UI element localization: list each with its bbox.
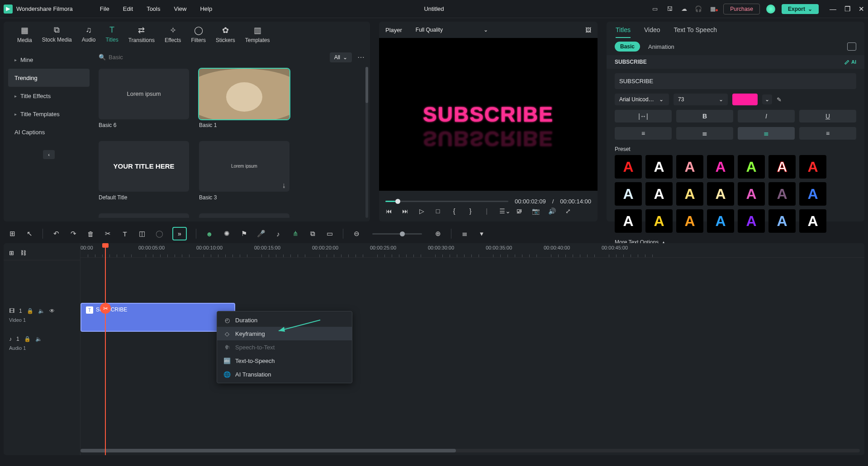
preset-swatch[interactable]: A (645, 182, 673, 206)
align-center-button[interactable]: ≣ (676, 127, 733, 140)
eyedropper-icon[interactable]: ✎ (777, 96, 782, 103)
menu-help[interactable]: Help (200, 5, 212, 12)
marker-flag-icon[interactable]: ⚑ (240, 230, 248, 238)
layers-icon[interactable] (847, 42, 856, 51)
mic-icon[interactable]: 🎤 (257, 230, 265, 238)
export-button[interactable]: Export⌄ (782, 4, 819, 14)
nav-transitions[interactable]: ⇄Transitions (128, 24, 155, 45)
title-text-input[interactable]: SUBSCRIBE (615, 73, 856, 89)
font-size-select[interactable]: 73⌄ (674, 94, 728, 105)
title-thumb-extra2[interactable]: Lorem ipsum⭳ (199, 213, 289, 218)
nav-stock-media[interactable]: ⧉Stock Media (42, 24, 72, 45)
modules-icon[interactable]: ⊞ (8, 230, 16, 238)
time-ruler[interactable]: 00:0000:00:05:0000:00:10:0000:00:15:0000… (81, 243, 864, 258)
link-tool-icon[interactable]: ⧉ (308, 230, 317, 238)
subtab-basic[interactable]: Basic (615, 42, 640, 52)
mute-icon[interactable]: 🔈 (38, 308, 45, 314)
search-input[interactable] (109, 54, 226, 61)
timeline-canvas[interactable]: 00:0000:00:05:0000:00:10:0000:00:15:0000… (81, 243, 864, 455)
undo-icon[interactable]: ↶ (52, 230, 60, 238)
menu-text-to-speech[interactable]: 🔤Text-to-Speech (217, 354, 352, 367)
prev-edit-icon[interactable]: ⏮ (385, 207, 393, 215)
sub-tool-icon[interactable]: ▭ (326, 230, 334, 238)
preset-swatch[interactable]: A (676, 155, 703, 179)
purchase-button[interactable]: Purchase (723, 4, 760, 14)
bold-button[interactable]: B (676, 110, 733, 122)
sidebar-collapse-button[interactable]: ‹ (43, 150, 55, 159)
tab-tts[interactable]: Text To Speech (674, 26, 717, 38)
title-thumb-basic6[interactable]: Lorem ipsum (99, 69, 189, 119)
playback-menu-icon[interactable]: ☰⌄ (499, 207, 507, 215)
delete-icon[interactable]: 🗑 (86, 230, 95, 238)
zoom-out-icon[interactable]: ⊖ (352, 230, 360, 238)
title-thumb-default[interactable]: YOUR TITLE HERE (99, 141, 189, 192)
sidebar-item-title-templates[interactable]: ▸Title Templates (8, 105, 90, 123)
save-icon[interactable]: 🖫 (665, 5, 674, 12)
title-thumb-basic1[interactable] (199, 69, 289, 119)
sidebar-item-mine[interactable]: ▸Mine (8, 51, 90, 69)
nav-stickers[interactable]: ✿Stickers (216, 24, 235, 45)
nav-templates[interactable]: ▥Templates (245, 24, 270, 45)
magnet-icon[interactable]: ⋔ (291, 230, 299, 238)
color-dropdown[interactable]: ⌄ (762, 94, 772, 104)
display-icon[interactable]: 🖳 (516, 207, 523, 215)
preset-swatch[interactable]: A (615, 182, 642, 206)
menu-view[interactable]: View (174, 5, 186, 12)
stop-icon[interactable]: □ (434, 207, 441, 215)
menu-duration[interactable]: ◴Duration (217, 313, 352, 327)
track-menu-chevron[interactable]: ▾ (478, 230, 486, 238)
crop-icon[interactable]: ◫ (138, 230, 146, 238)
align-left-button[interactable]: ≡ (615, 127, 672, 140)
preset-swatch[interactable]: A (768, 155, 796, 179)
maximize-button[interactable]: ❐ (844, 5, 850, 13)
preset-swatch[interactable]: A (799, 182, 826, 206)
timeline-scrollbar[interactable] (81, 449, 860, 452)
preset-swatch[interactable]: A (615, 155, 642, 179)
mark-out-icon[interactable]: } (467, 207, 474, 215)
minimize-button[interactable]: — (830, 5, 836, 13)
preset-swatch[interactable]: A (738, 155, 765, 179)
sidebar-item-trending[interactable]: Trending (8, 69, 90, 87)
volume-icon[interactable]: 🔊 (548, 207, 555, 215)
mark-in-icon[interactable]: { (451, 207, 458, 215)
preset-swatch[interactable]: A (738, 182, 765, 206)
preset-swatch[interactable]: A (768, 182, 796, 206)
font-color-swatch[interactable] (732, 94, 758, 105)
preset-swatch[interactable]: A (799, 155, 826, 179)
tab-video[interactable]: Video (644, 26, 660, 38)
zoom-slider[interactable] (372, 233, 422, 235)
close-button[interactable]: ✕ (859, 5, 864, 13)
nav-titles[interactable]: TTitles (105, 24, 118, 45)
menu-edit[interactable]: Edit (123, 5, 133, 12)
ai-enhance-icon[interactable]: AI (844, 59, 856, 65)
nav-audio[interactable]: ♫Audio (82, 24, 96, 45)
zoom-in-icon[interactable]: ⊕ (434, 230, 442, 238)
playhead[interactable]: ✂ (105, 243, 106, 455)
speed-icon[interactable]: ✺ (223, 230, 231, 238)
cloud-icon[interactable]: ☁ (680, 5, 688, 12)
filter-select[interactable]: All⌄ (330, 52, 352, 62)
playhead-split-icon[interactable]: ✂ (100, 303, 111, 314)
link-tracks-icon[interactable]: ⛓ (20, 249, 26, 256)
camera-icon[interactable]: 📷 (532, 207, 539, 215)
preset-swatch[interactable]: A (707, 182, 734, 206)
lock-icon[interactable]: 🔒 (24, 336, 31, 342)
smiley-icon[interactable]: ☻ (205, 230, 213, 238)
audio-tool-icon[interactable]: ♪ (274, 230, 282, 238)
font-family-select[interactable]: Arial Unicode MS⌄ (615, 94, 669, 105)
timeline-settings-icon[interactable]: ⊞ (9, 249, 14, 256)
char-spacing-button[interactable]: |↔| (615, 110, 672, 122)
title-thumb-basic3[interactable]: Lorem ipsum⭳ (199, 141, 289, 192)
preset-swatch[interactable]: A (676, 182, 703, 206)
redo-icon[interactable]: ↷ (69, 230, 77, 238)
track-height-icon[interactable]: ≣ (460, 230, 469, 238)
headset-icon[interactable]: 🎧 (694, 5, 702, 12)
video-track-header[interactable]: 🎞1🔒🔈👁 (4, 305, 80, 317)
text-tool-icon[interactable]: T (121, 230, 129, 238)
align-right-button[interactable]: ≡ (799, 127, 856, 140)
color-tool-icon[interactable]: ◯ (155, 230, 163, 238)
audio-track-header[interactable]: ♪1🔒🔈 (4, 333, 80, 345)
screen-icon[interactable]: ▭ (651, 5, 659, 12)
nav-media[interactable]: ▦Media (17, 24, 32, 45)
preview-stage[interactable]: SUBSCRIBE SUBSCRIBE (379, 38, 598, 191)
